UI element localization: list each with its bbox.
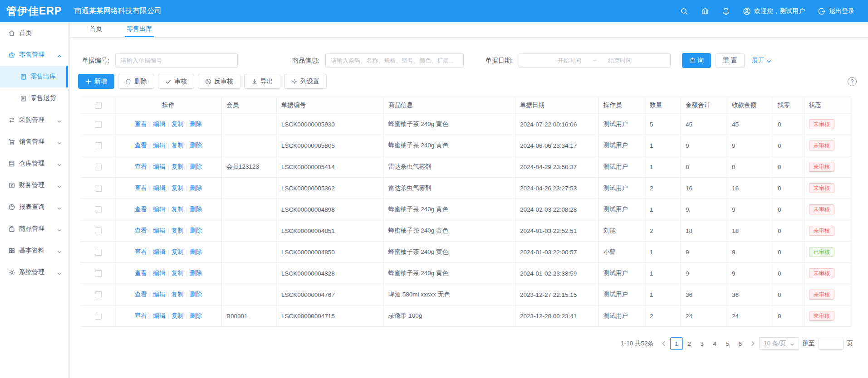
row-action-copy[interactable]: 复制	[172, 121, 184, 127]
row-action-delete[interactable]: 删除	[190, 248, 202, 255]
row-action-copy[interactable]: 复制	[172, 312, 184, 319]
row-action-view[interactable]: 查看	[135, 184, 147, 191]
row-action-view[interactable]: 查看	[135, 312, 147, 319]
row-action-view[interactable]: 查看	[135, 248, 147, 255]
cell-operator: 刘能	[599, 220, 645, 242]
reset-button[interactable]: 重 置	[716, 53, 745, 68]
row-action-copy[interactable]: 复制	[172, 184, 184, 191]
row-action-delete[interactable]: 删除	[190, 184, 202, 191]
notification-bell-icon[interactable]	[722, 7, 730, 15]
page-button[interactable]: 2	[683, 337, 696, 350]
row-action-edit[interactable]: 编辑	[153, 227, 165, 234]
row-action-delete[interactable]: 删除	[190, 142, 202, 149]
cell-operator: 测试用户	[599, 114, 645, 135]
row-action-delete[interactable]: 删除	[190, 291, 202, 298]
row-action-edit[interactable]: 编辑	[153, 184, 165, 191]
row-action-view[interactable]: 查看	[135, 291, 147, 298]
tab-retail-outbound[interactable]: 零售出库	[125, 22, 154, 37]
row-checkbox[interactable]	[95, 142, 102, 149]
row-action-delete[interactable]: 删除	[190, 227, 202, 234]
row-checkbox[interactable]	[95, 121, 102, 128]
product-info-input[interactable]	[325, 53, 464, 68]
row-action-copy[interactable]: 复制	[172, 248, 184, 255]
row-action-view[interactable]: 查看	[135, 270, 147, 276]
tab-home[interactable]: 首页	[88, 22, 104, 37]
sidebar-item-system-management[interactable]: 系统管理	[0, 262, 68, 283]
cell-order_no: LSCK00000005930	[277, 114, 384, 135]
row-checkbox[interactable]	[95, 313, 102, 320]
row-action-copy[interactable]: 复制	[172, 270, 184, 276]
add-button[interactable]: 新增	[78, 74, 114, 89]
row-checkbox[interactable]	[95, 206, 102, 213]
row-checkbox[interactable]	[95, 228, 102, 234]
row-action-copy[interactable]: 复制	[172, 291, 184, 298]
row-action-edit[interactable]: 编辑	[153, 163, 165, 170]
sidebar-item-goods-management[interactable]: 商品管理	[0, 218, 68, 240]
row-checkbox[interactable]	[95, 249, 102, 256]
row-action-copy[interactable]: 复制	[172, 227, 184, 234]
row-action-delete[interactable]: 删除	[190, 270, 202, 276]
sidebar-item-warehouse-management[interactable]: 仓库管理	[0, 153, 68, 174]
row-action-view[interactable]: 查看	[135, 163, 147, 170]
workbench-icon[interactable]	[701, 7, 709, 15]
row-action-copy[interactable]: 复制	[172, 142, 184, 149]
delete-button[interactable]: 删除	[118, 74, 154, 89]
row-action-edit[interactable]: 编辑	[153, 248, 165, 255]
app-logo: 管伊佳ERP	[0, 4, 68, 18]
page-size-select[interactable]: 10 条/页	[759, 337, 799, 350]
column-settings-button[interactable]: 列设置	[284, 74, 327, 89]
help-icon[interactable]: ?	[848, 77, 857, 86]
page-button[interactable]: 6	[734, 337, 746, 350]
search-icon[interactable]	[680, 7, 688, 15]
row-action-delete[interactable]: 删除	[190, 312, 202, 319]
row-checkbox[interactable]	[95, 291, 102, 298]
row-action-copy[interactable]: 复制	[172, 206, 184, 213]
row-action-edit[interactable]: 编辑	[153, 206, 165, 213]
row-action-edit[interactable]: 编辑	[153, 270, 165, 276]
row-checkbox[interactable]	[95, 270, 102, 277]
row-action-view[interactable]: 查看	[135, 206, 147, 213]
page-button[interactable]: 1	[670, 337, 683, 350]
sidebar-item-basic-data[interactable]: 基本资料	[0, 240, 68, 262]
row-action-edit[interactable]: 编辑	[153, 142, 165, 149]
jump-page-input[interactable]	[819, 338, 843, 350]
prev-page-icon[interactable]	[661, 341, 667, 346]
select-all-checkbox[interactable]	[95, 102, 102, 109]
sidebar-item-finance-management[interactable]: 财务管理	[0, 174, 68, 196]
search-button[interactable]: 查 询	[682, 53, 711, 68]
row-checkbox[interactable]	[95, 164, 102, 170]
page-button[interactable]: 3	[696, 337, 708, 350]
sidebar-item-sales-management[interactable]: 销售管理	[0, 131, 68, 153]
row-action-edit[interactable]: 编辑	[153, 121, 165, 127]
row-action-view[interactable]: 查看	[135, 142, 147, 149]
audit-button[interactable]: 审核	[158, 74, 194, 89]
order-no-input[interactable]	[115, 53, 238, 68]
unaudit-button[interactable]: 反审核	[198, 74, 240, 89]
row-action-view[interactable]: 查看	[135, 121, 147, 127]
sidebar-item-retail-return[interactable]: 零售退货	[0, 87, 68, 109]
sidebar-item-purchase-management[interactable]: 采购管理	[0, 109, 68, 131]
row-action-delete[interactable]: 删除	[190, 206, 202, 213]
cell-change: 0	[773, 114, 804, 135]
export-button[interactable]: 导出	[244, 74, 280, 89]
row-action-delete[interactable]: 删除	[190, 163, 202, 170]
sidebar-item-home[interactable]: 首页	[0, 22, 68, 44]
row-action-edit[interactable]: 编辑	[153, 291, 165, 298]
cell-product: 啤酒 580ml xxsxx 无色	[384, 284, 515, 305]
row-action-edit[interactable]: 编辑	[153, 312, 165, 319]
sidebar-item-retail-outbound[interactable]: 零售出库	[0, 66, 68, 87]
cell-change: 0	[773, 242, 804, 263]
row-action-copy[interactable]: 复制	[172, 163, 184, 170]
row-action-view[interactable]: 查看	[135, 227, 147, 234]
row-checkbox[interactable]	[95, 185, 102, 192]
row-action-delete[interactable]: 删除	[190, 121, 202, 127]
sidebar-item-report-query[interactable]: 报表查询	[0, 196, 68, 218]
page-button[interactable]: 4	[708, 337, 721, 350]
expand-link[interactable]: 展开	[752, 57, 771, 65]
logout-button[interactable]: 退出登录	[818, 7, 854, 15]
page-button[interactable]: 5	[721, 337, 734, 350]
user-welcome[interactable]: 欢迎您，测试用户	[743, 7, 805, 15]
sidebar-item-retail-management[interactable]: 零售管理	[0, 44, 68, 66]
next-page-icon[interactable]	[750, 341, 755, 346]
date-range-input[interactable]: 开始时间 ~ 结束时间	[519, 53, 671, 68]
